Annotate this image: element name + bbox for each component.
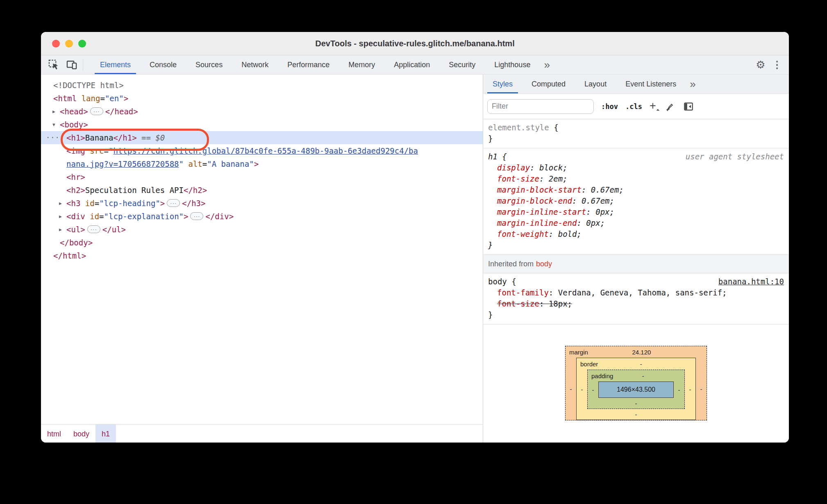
tab-memory[interactable]: Memory xyxy=(339,55,384,74)
collapse-arrow-icon[interactable]: ▼ xyxy=(52,118,55,132)
sidebar-tab-event-listeners[interactable]: Event Listeners xyxy=(616,75,686,93)
css-property-value[interactable]: : 2em; xyxy=(539,174,568,183)
css-property-name[interactable]: margin-block-end xyxy=(497,196,572,205)
dom-node[interactable]: ▶<div id="lcp-explanation">···</div> xyxy=(41,210,483,223)
margin-top-value[interactable]: 24.120 xyxy=(582,349,701,356)
rule-selector[interactable]: h1 xyxy=(488,152,498,161)
dom-node[interactable]: ▼<body> xyxy=(41,118,483,131)
css-declaration-font-family[interactable]: font-family: Verdana, Geneva, Tahoma, sa… xyxy=(483,287,789,298)
breadcrumb-item-body[interactable]: body xyxy=(67,425,95,443)
margin-left-value[interactable]: - xyxy=(566,386,576,393)
padding-top-value[interactable]: - xyxy=(607,372,679,379)
css-property-value[interactable]: : block; xyxy=(530,163,568,172)
node-menu-dots-icon[interactable]: ··· xyxy=(46,131,60,144)
box-model-content[interactable]: 1496×43.500 xyxy=(598,381,674,398)
tab-network[interactable]: Network xyxy=(232,55,278,74)
toggle-hover-state-button[interactable]: :hov xyxy=(601,102,618,111)
css-property-value[interactable]: : 18px; xyxy=(539,299,572,308)
dom-node[interactable]: ▶<h3 id="lcp-heading">···</h3> xyxy=(41,197,483,210)
expand-arrow-icon[interactable]: ▶ xyxy=(59,223,62,236)
device-toolbar-icon[interactable] xyxy=(65,58,79,72)
css-declaration-margin-block-start[interactable]: margin-block-start: 0.67em; xyxy=(483,184,789,195)
tab-console[interactable]: Console xyxy=(140,55,186,74)
dom-node[interactable]: ▶<head>···</head> xyxy=(41,105,483,118)
rule-selector[interactable]: element.style xyxy=(488,123,549,132)
margin-right-value[interactable]: - xyxy=(696,386,707,393)
box-model-padding[interactable]: padding--1496×43.500-- xyxy=(587,370,685,409)
css-property-name[interactable]: display xyxy=(497,163,530,172)
ellipsis-expand-icon[interactable]: ··· xyxy=(90,107,103,115)
expand-arrow-icon[interactable]: ▶ xyxy=(59,210,62,223)
css-property-value[interactable]: : 0.67em; xyxy=(582,185,624,194)
css-property-value[interactable]: : Verdana, Geneva, Tahoma, sans-serif; xyxy=(549,288,727,297)
css-property-value[interactable]: : 0.67em; xyxy=(572,196,614,205)
inspect-element-icon[interactable] xyxy=(47,58,61,72)
border-top-value[interactable]: - xyxy=(592,361,690,368)
customize-menu-icon[interactable]: ⋮ xyxy=(770,58,784,72)
css-property-name[interactable]: font-size xyxy=(497,174,539,183)
css-declaration-margin-block-end[interactable]: margin-block-end: 0.67em; xyxy=(483,195,789,207)
tab-sources[interactable]: Sources xyxy=(186,55,232,74)
css-property-value[interactable]: : 0px; xyxy=(577,218,605,227)
css-property-name[interactable]: font-weight xyxy=(497,229,549,238)
new-style-rule-button[interactable]: + xyxy=(650,102,656,111)
maximize-window-button[interactable] xyxy=(78,40,86,48)
breadcrumb-item-html[interactable]: html xyxy=(41,425,67,443)
dom-node[interactable]: nana.jpg?v=1705668720588" alt="A banana"… xyxy=(41,157,483,170)
dom-node-selected[interactable]: ···<h1>Banana</h1> == $0 xyxy=(41,131,483,144)
tab-elements[interactable]: Elements xyxy=(91,55,140,74)
tab-performance[interactable]: Performance xyxy=(278,55,339,74)
css-property-name[interactable]: margin-block-start xyxy=(497,185,582,194)
css-declaration-font-size[interactable]: font-size: 2em; xyxy=(483,173,789,184)
box-model-border[interactable]: border--padding--1496×43.500---- xyxy=(576,358,696,420)
toggle-sidebar-icon[interactable] xyxy=(682,100,695,113)
dom-node[interactable]: <img src="https://cdn.glitch.global/87b4… xyxy=(41,144,483,157)
tab-lighthouse[interactable]: Lighthouse xyxy=(485,55,540,74)
dom-node[interactable]: <hr> xyxy=(41,170,483,184)
css-property-value[interactable]: : bold; xyxy=(549,229,582,238)
rendering-brush-icon[interactable] xyxy=(663,101,675,112)
padding-left-value[interactable]: - xyxy=(588,386,598,393)
dom-node[interactable]: <!DOCTYPE html> xyxy=(41,79,483,92)
css-property-value[interactable]: : 0px; xyxy=(586,207,614,216)
dom-node[interactable]: ▶<ul>···</ul> xyxy=(41,223,483,236)
css-property-name[interactable]: margin-inline-start xyxy=(497,207,586,216)
dom-node[interactable]: <h2>Speculation Rules API</h2> xyxy=(41,184,483,197)
padding-bottom-value[interactable]: - xyxy=(588,398,684,409)
sidebar-more-tabs-icon[interactable]: » xyxy=(686,75,700,93)
css-declaration-margin-inline-end[interactable]: margin-inline-end: 0px; xyxy=(483,218,789,229)
ellipsis-expand-icon[interactable]: ··· xyxy=(87,225,100,233)
css-property-name[interactable]: font-size xyxy=(497,299,539,308)
ellipsis-expand-icon[interactable]: ··· xyxy=(190,212,203,220)
css-declaration-display[interactable]: display: block; xyxy=(483,162,789,173)
tab-application[interactable]: Application xyxy=(384,55,439,74)
stylesheet-source-link[interactable]: banana.html:10 xyxy=(718,276,784,287)
rule-selector[interactable]: body xyxy=(488,277,507,286)
dom-node[interactable]: </html> xyxy=(41,249,483,262)
css-property-name[interactable]: margin-inline-end xyxy=(497,218,577,227)
styles-filter-input[interactable] xyxy=(487,99,594,114)
minimize-window-button[interactable] xyxy=(65,40,73,48)
toggle-classes-button[interactable]: .cls xyxy=(625,102,642,111)
ellipsis-expand-icon[interactable]: ··· xyxy=(167,199,180,207)
css-property-name[interactable]: font-family xyxy=(497,288,549,297)
css-declaration-font-size[interactable]: font-size: 18px; xyxy=(483,298,789,309)
sidebar-tab-computed[interactable]: Computed xyxy=(522,75,575,93)
sidebar-tab-styles[interactable]: Styles xyxy=(483,75,522,93)
expand-arrow-icon[interactable]: ▶ xyxy=(52,105,55,118)
sidebar-tab-layout[interactable]: Layout xyxy=(575,75,616,93)
breadcrumb-item-h1[interactable]: h1 xyxy=(95,425,116,443)
close-window-button[interactable] xyxy=(52,40,60,48)
border-right-value[interactable]: - xyxy=(685,386,695,393)
settings-gear-icon[interactable]: ⚙ xyxy=(754,58,768,72)
inherited-from-node-link[interactable]: body xyxy=(536,260,552,268)
dom-node[interactable]: </body> xyxy=(41,236,483,249)
tab-security[interactable]: Security xyxy=(439,55,485,74)
expand-arrow-icon[interactable]: ▶ xyxy=(59,197,62,210)
css-declaration-font-weight[interactable]: font-weight: bold; xyxy=(483,229,789,240)
more-tabs-icon[interactable]: » xyxy=(540,59,554,71)
box-model-margin[interactable]: margin24.120-border--padding--1496×43.50… xyxy=(565,346,707,420)
border-bottom-value[interactable]: - xyxy=(577,409,695,420)
css-declaration-margin-inline-start[interactable]: margin-inline-start: 0px; xyxy=(483,207,789,218)
padding-right-value[interactable]: - xyxy=(674,386,684,393)
